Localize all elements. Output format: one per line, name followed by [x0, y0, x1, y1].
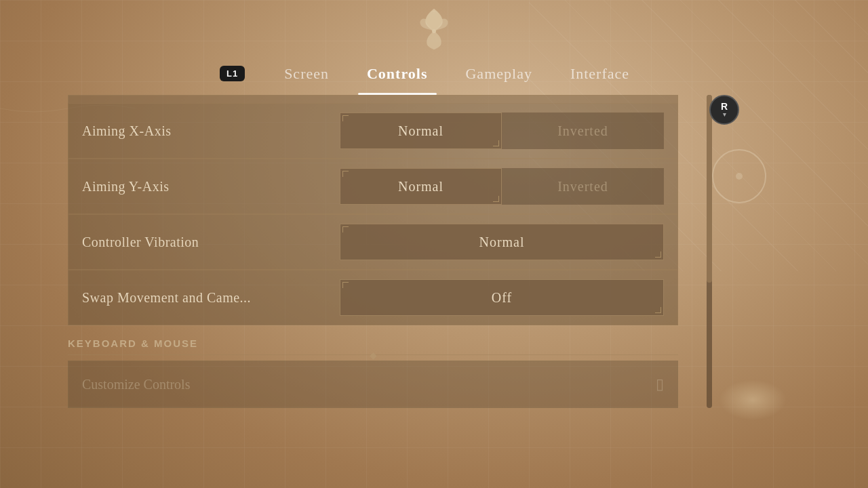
- circle-indicator: [712, 149, 766, 203]
- section-divider: [68, 354, 678, 355]
- btn-aiming-y-normal[interactable]: Normal: [340, 168, 502, 205]
- setting-row-aiming-y: Aiming Y-Axis Normal Inverted: [68, 159, 678, 214]
- tab-controls[interactable]: Controls: [348, 58, 447, 95]
- section-title-keyboard: KEYBOARD & MOUSE: [68, 338, 678, 349]
- logo-emblem: [414, 5, 454, 53]
- circle-inner: [736, 173, 743, 180]
- r-button-label: R: [721, 102, 728, 111]
- btn-swap-off[interactable]: Off: [340, 279, 664, 316]
- customize-controls-row[interactable]: Customize Controls ▯: [68, 361, 678, 408]
- btn-aiming-x-inverted[interactable]: Inverted: [502, 113, 664, 149]
- setting-row-swap: Swap Movement and Came... Off: [68, 270, 678, 325]
- main-content: L1 Screen Controls Gameplay Interface: [0, 0, 868, 488]
- setting-controls-swap: Off: [340, 279, 664, 316]
- l1-button[interactable]: L1: [220, 66, 245, 81]
- tab-interface[interactable]: Interface: [551, 58, 648, 95]
- scrollbar-track[interactable]: [707, 95, 712, 408]
- customize-label: Customize Controls: [82, 377, 656, 392]
- setting-row-aiming-x: Aiming X-Axis Normal Inverted: [68, 103, 678, 159]
- setting-controls-aiming-y: Normal Inverted: [340, 168, 664, 205]
- tab-gameplay[interactable]: Gameplay: [446, 58, 551, 95]
- btn-aiming-x-normal[interactable]: Normal: [340, 113, 502, 149]
- row-partial: [68, 95, 678, 103]
- setting-label-aiming-x: Aiming X-Axis: [82, 123, 340, 139]
- svg-point-0: [432, 29, 436, 33]
- r-button-indicator: R ▾: [709, 95, 739, 125]
- r-button-arrow: ▾: [723, 111, 726, 118]
- nav-tabs: L1 Screen Controls Gameplay Interface: [220, 58, 648, 95]
- setting-controls-aiming-x: Normal Inverted: [340, 113, 664, 149]
- scrollbar-thumb: [707, 95, 712, 283]
- copy-icon: ▯: [656, 375, 664, 393]
- setting-controls-vibration: Normal: [340, 224, 664, 260]
- btn-aiming-y-inverted[interactable]: Inverted: [502, 168, 664, 205]
- settings-container: Aiming X-Axis Normal Inverted Aiming Y-A…: [68, 95, 678, 408]
- setting-label-vibration: Controller Vibration: [82, 235, 340, 250]
- setting-label-swap: Swap Movement and Came...: [82, 290, 340, 306]
- keyboard-mouse-section: KEYBOARD & MOUSE: [68, 338, 678, 355]
- settings-area: Aiming X-Axis Normal Inverted Aiming Y-A…: [68, 95, 814, 474]
- navigation: L1 Screen Controls Gameplay Interface: [0, 0, 868, 95]
- btn-vibration-normal[interactable]: Normal: [340, 224, 664, 260]
- setting-label-aiming-y: Aiming Y-Axis: [82, 179, 340, 195]
- setting-row-vibration: Controller Vibration Normal: [68, 214, 678, 270]
- tab-screen[interactable]: Screen: [265, 58, 348, 95]
